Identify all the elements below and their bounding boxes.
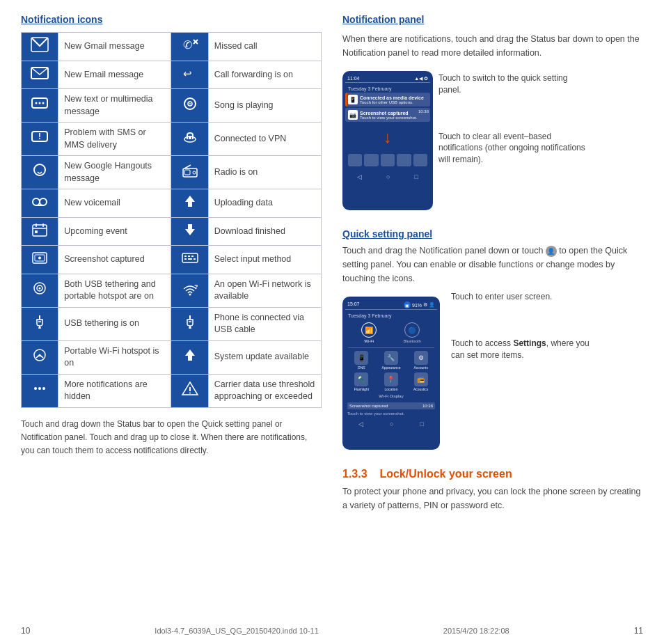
icon-missed-call: ✆: [171, 33, 208, 61]
left-column: Notification icons New Gmail message ✆ M…: [21, 14, 335, 613]
mock-qs-grid-2: 🔦 Flashlight 📍 Location 📻 Acoustics: [348, 372, 434, 391]
page-num-right: 11: [634, 626, 643, 636]
icon-input-method: [171, 246, 208, 274]
icon-usb-connected: [171, 307, 208, 340]
mock-nav-bar: ◁○□: [345, 173, 430, 180]
label-data-warning: Carrier data use threshold approaching o…: [208, 374, 321, 407]
svg-point-56: [39, 354, 41, 356]
icon-system-update: [171, 340, 208, 374]
lock-desc: To protect your phone and privacy, you c…: [342, 485, 643, 512]
quick-setting-callouts: Touch to enter user screen. Touch to acc…: [447, 291, 604, 416]
icon-upload: [171, 189, 208, 218]
callout-settings: Touch to access Settings, where you can …: [451, 338, 604, 361]
icon-usb-tether: [22, 307, 58, 340]
callout-quick-setting: Touch to switch to the quick setting pan…: [438, 72, 592, 96]
lock-title-text: Lock/Unlock your screen: [379, 468, 512, 480]
table-row: New text or multimedia message Song is p…: [22, 89, 322, 123]
svg-marker-31: [185, 224, 195, 235]
mock-status-bar: 11:04 ▲◀ ✿: [345, 75, 430, 83]
svg-point-7: [35, 102, 38, 104]
label-usb-connected: Phone is connected via USB cable: [208, 307, 321, 340]
icon-screenshot: [22, 246, 58, 274]
lock-section-num: 1.3.3: [342, 468, 367, 480]
label-sms-problem: Problem with SMS or MMS delivery: [58, 123, 171, 156]
phone-screen-quick: 15:07 ▣91%⚙👤 Tuesday 3 February 📶 Wi-Fi: [342, 297, 440, 450]
mock-qs-bottom-notif: Screenshot captured10:36: [347, 402, 435, 409]
label-event: Upcoming event: [58, 217, 171, 246]
quick-setting-desc: Touch and drag the Notification panel do…: [342, 244, 643, 285]
icon-email: [22, 61, 58, 89]
svg-point-45: [189, 294, 191, 296]
svg-point-59: [38, 387, 41, 390]
svg-rect-36: [184, 256, 187, 257]
svg-point-8: [39, 102, 41, 104]
svg-point-34: [38, 257, 41, 260]
icon-wifi-hotspot: [22, 340, 58, 374]
svg-marker-25: [185, 196, 195, 207]
label-song: Song is playing: [208, 89, 321, 123]
label-more-notif: More notifications are hidden: [58, 374, 171, 407]
table-row: New Google Hangouts message Radio is on: [22, 156, 322, 189]
notif-panel-image-area: 11:04 ▲◀ ✿ Tuesday 3 February 📱 Connecte…: [342, 65, 643, 216]
icon-song: [171, 89, 208, 123]
label-vpn: Connected to VPN: [208, 123, 321, 156]
page-footer: 10 Idol3-4.7_6039A_US_QG_20150420.indd 1…: [0, 620, 664, 644]
icon-data-warning: [171, 374, 208, 407]
file-info: Idol3-4.7_6039A_US_QG_20150420.indd 10-1…: [155, 627, 318, 635]
label-upload: Uploading data: [208, 189, 321, 218]
icon-usb-hotspot: [22, 274, 58, 307]
phone-screen-notif: 11:04 ▲◀ ✿ Tuesday 3 February 📱 Connecte…: [342, 71, 433, 210]
icon-wifi-open: ?: [171, 274, 208, 307]
quick-setting-title: Quick setting panel: [342, 228, 643, 239]
notif-icons-title: Notification icons: [21, 14, 322, 25]
svg-rect-39: [184, 258, 187, 260]
label-gmail: New Gmail message: [58, 33, 171, 61]
svg-point-23: [40, 198, 47, 205]
label-sms: New text or multimedia message: [58, 89, 171, 123]
icon-more-notif: [22, 374, 58, 407]
page-num-left: 10: [21, 626, 30, 636]
content-area: Notification icons New Gmail message ✆ M…: [0, 0, 664, 620]
icon-gmail: [22, 33, 58, 61]
quick-setting-image-area: 15:07 ▣91%⚙👤 Tuesday 3 February 📶 Wi-Fi: [342, 291, 643, 455]
mock-qs-toggles: 📶 Wi-Fi 🔵 Bluetooth: [345, 320, 437, 401]
date-info: 2015/4/20 18:22:08: [443, 627, 509, 635]
icon-hangouts: [22, 156, 58, 189]
svg-point-22: [33, 198, 40, 205]
svg-text:!: !: [38, 132, 41, 141]
svg-point-12: [189, 103, 191, 104]
svg-rect-50: [38, 327, 41, 329]
mock-app-grid: [345, 151, 430, 169]
notif-panel-section: Notification panel When there are notifi…: [342, 14, 643, 216]
label-radio: Radio is on: [208, 156, 321, 189]
icon-call-forward: ↩: [171, 61, 208, 89]
svg-point-58: [34, 387, 37, 390]
mock-qs-status: 15:07 ▣91%⚙👤: [345, 301, 437, 310]
notif-panel-desc: When there are notifications, touch and …: [342, 32, 643, 60]
table-row: Upcoming event Download finished: [22, 217, 322, 246]
svg-rect-38: [191, 256, 193, 257]
label-input-method: Select input method: [208, 246, 321, 274]
table-row: Both USB tethering and portable hotspot …: [22, 274, 322, 307]
svg-point-63: [189, 393, 191, 394]
svg-marker-57: [185, 350, 195, 361]
mock-notif-screenshot-icon: 📷: [348, 110, 358, 120]
mock-qs-nav: ◁○□: [345, 421, 437, 427]
label-hangouts: New Google Hangouts message: [58, 156, 171, 189]
label-call-forward: Call forwarding is on: [208, 61, 321, 89]
page: Notification icons New Gmail message ✆ M…: [0, 0, 664, 644]
table-row: USB tethering is on Phone is connected v…: [22, 307, 322, 340]
label-missed-call: Missed call: [208, 33, 321, 61]
callout-user-screen: Touch to enter user screen.: [451, 291, 604, 303]
table-row: ! Problem with SMS or MMS delivery Conne…: [22, 123, 322, 156]
svg-text:↩: ↩: [183, 68, 192, 79]
svg-rect-54: [189, 327, 191, 329]
svg-rect-19: [184, 170, 190, 175]
icon-download: [171, 217, 208, 246]
svg-rect-35: [182, 253, 198, 262]
label-email: New Email message: [58, 61, 171, 89]
svg-rect-41: [193, 258, 196, 260]
right-column: Notification panel When there are notifi…: [335, 14, 643, 613]
svg-text:✆: ✆: [183, 39, 192, 51]
mock-notif-icon: 📱: [348, 95, 358, 104]
